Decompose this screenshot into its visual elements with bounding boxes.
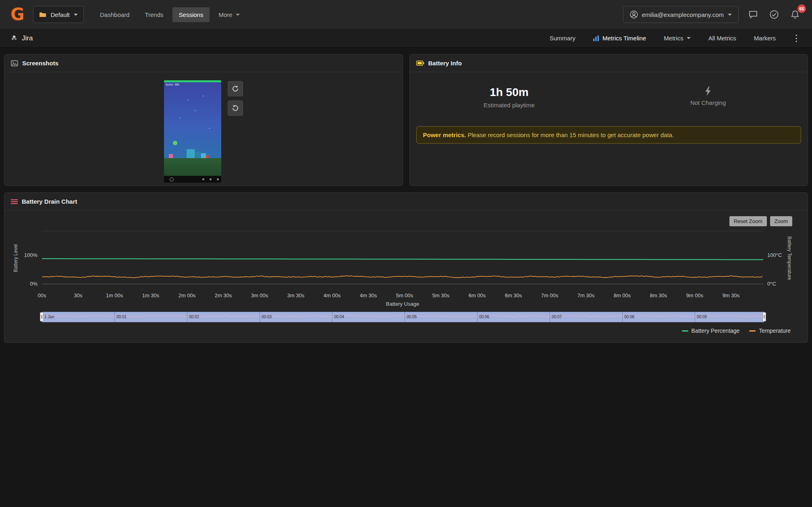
battery-info-card-title: Battery Info — [428, 60, 462, 67]
tab-metrics-label: Metrics — [664, 35, 683, 42]
rotate-cw-icon — [232, 85, 239, 92]
status-check-button[interactable] — [768, 8, 781, 21]
legend-label: Battery Percentage — [692, 328, 740, 334]
jira-app-icon — [10, 35, 18, 42]
playtime-value: 1h 50m — [490, 86, 529, 99]
navigator-label: 00:07 — [552, 315, 562, 319]
check-circle-icon — [769, 10, 779, 19]
y-right-axis-title: Battery Temperature — [787, 236, 792, 280]
charging-status-label: Not Charging — [690, 99, 726, 106]
screenshot-hud-text: Score: 386 — [166, 83, 179, 86]
folder-icon — [39, 11, 46, 18]
screenshots-card: Screenshots Score: 386 — [4, 54, 403, 186]
nav-item-dashboard[interactable]: Dashboard — [93, 7, 136, 22]
project-selector-button[interactable]: Default — [33, 6, 84, 23]
zoom-button[interactable]: Zoom — [770, 216, 792, 226]
chevron-down-icon — [728, 14, 732, 16]
legend-label: Temperature — [759, 328, 791, 334]
screenshots-body: Score: 386 — [4, 72, 403, 183]
chart-card-header: Battery Drain Chart — [4, 193, 808, 211]
top-navbar: G Default Dashboard Trends Sessions More — [0, 0, 812, 29]
legend-swatch — [749, 330, 756, 332]
x-tick-label: 2m 30s — [215, 292, 232, 298]
battery-drain-chart-card: Battery Drain Chart Reset Zoom Zoom 100%… — [4, 192, 808, 343]
x-tick-label: 30s — [74, 292, 83, 298]
x-tick-label: 1m 30s — [142, 292, 160, 298]
chevron-down-icon — [236, 14, 240, 16]
chevron-down-icon — [74, 14, 78, 16]
rotate-screenshot-button[interactable] — [228, 81, 243, 96]
x-tick-label: 9m 00s — [686, 292, 704, 298]
navigator-right-handle[interactable] — [762, 312, 766, 321]
nav-item-trends[interactable]: Trends — [138, 7, 170, 22]
battery-icon — [416, 60, 424, 66]
user-avatar-icon — [630, 10, 638, 19]
chart-plot-area[interactable] — [42, 225, 763, 286]
legend-item-temperature[interactable]: Temperature — [749, 328, 791, 334]
chart-navigator[interactable]: 1 Jan00:0100:0200:0300:0400:0500:0600:07… — [42, 312, 764, 322]
screenshot-character — [173, 141, 177, 145]
nav-item-more-label: More — [218, 11, 232, 18]
tab-metrics-dropdown[interactable]: Metrics — [661, 34, 693, 42]
playtime-label: Estimated playtime — [484, 102, 535, 108]
screenshot-ground — [164, 158, 221, 176]
project-selector-label: Default — [50, 11, 70, 18]
bar-chart-icon — [593, 35, 599, 41]
battery-drain-chart: Reset Zoom Zoom 100% 0% 100°C 0°C Batter… — [4, 211, 808, 343]
reset-zoom-button[interactable]: Reset Zoom — [729, 216, 767, 226]
x-axis-title: Battery Usage — [42, 301, 763, 307]
x-tick-label: 3m 00s — [251, 292, 268, 298]
notifications-button[interactable]: 65 — [789, 8, 802, 21]
overflow-menu-icon[interactable]: ⋮ — [791, 33, 802, 44]
main-content: Screenshots Score: 386 — [0, 48, 812, 343]
x-tick-label: 4m 30s — [360, 292, 377, 298]
refresh-ccw-icon — [232, 104, 239, 112]
x-tick-label: 2m 00s — [179, 292, 196, 298]
alert-bold-text: Power metrics. — [423, 131, 466, 138]
y-left-tick-100: 100% — [16, 252, 37, 259]
feedback-button[interactable] — [747, 8, 760, 21]
navigator-label: 00:03 — [262, 315, 272, 319]
y-left-axis-title: Battery Level — [13, 244, 19, 272]
navigator-label: 00:04 — [334, 315, 344, 319]
x-tick-label: 7m 00s — [541, 292, 559, 298]
tab-all-metrics[interactable]: All Metrics — [706, 34, 739, 42]
navigator-label: 00:01 — [116, 315, 127, 319]
navigator-label: 00:02 — [189, 315, 199, 319]
x-tick-label: 8m 00s — [614, 292, 631, 298]
image-icon — [11, 60, 18, 67]
user-email: emilia@examplecompany.com — [642, 11, 724, 18]
x-tick-label: 9m 30s — [723, 292, 740, 298]
session-appbar: Jira Summary Metrics Timeline Metrics Al… — [0, 29, 812, 48]
refresh-screenshot-button[interactable] — [228, 100, 243, 116]
chart-legend: Battery PercentageTemperature — [682, 328, 791, 334]
battery-stats: 1h 50m Estimated playtime Not Charging — [410, 86, 808, 108]
lightning-bolt-icon — [704, 86, 712, 96]
screenshot-actions — [228, 80, 243, 183]
main-nav: Dashboard Trends Sessions More — [93, 7, 246, 22]
navigator-label: 00:09 — [697, 315, 707, 319]
gamebench-logo[interactable]: G — [10, 6, 24, 23]
battery-info-card: Battery Info 1h 50m Estimated playtime N… — [409, 54, 808, 186]
screenshots-card-title: Screenshots — [22, 60, 58, 67]
tab-summary[interactable]: Summary — [547, 34, 578, 42]
user-menu-button[interactable]: emilia@examplecompany.com — [623, 6, 739, 23]
x-tick-label: 5m 00s — [396, 292, 413, 298]
app-name: Jira — [22, 34, 33, 42]
x-tick-label: 6m 30s — [505, 292, 522, 298]
nav-item-more[interactable]: More — [212, 7, 246, 22]
tab-markers[interactable]: Markers — [752, 34, 778, 42]
navigator-label: 00:05 — [407, 315, 417, 319]
device-screenshot-thumbnail[interactable]: Score: 386 — [164, 80, 221, 183]
navigator-left-handle[interactable] — [40, 312, 44, 321]
chart-lines-icon — [11, 199, 18, 204]
notification-count-badge: 65 — [797, 4, 806, 13]
chart-card-title: Battery Drain Chart — [22, 198, 77, 205]
x-tick-label: 8m 30s — [650, 292, 667, 298]
x-tick-label: 5m 30s — [432, 292, 450, 298]
nav-item-sessions[interactable]: Sessions — [172, 7, 210, 22]
tab-metrics-timeline[interactable]: Metrics Timeline — [591, 34, 648, 42]
legend-item-battery-percentage[interactable]: Battery Percentage — [682, 328, 740, 334]
x-axis-tick-labels: 00s30s1m 00s1m 30s2m 00s2m 30s3m 00s3m 3… — [42, 292, 763, 299]
screenshot-android-navbar — [164, 176, 221, 183]
